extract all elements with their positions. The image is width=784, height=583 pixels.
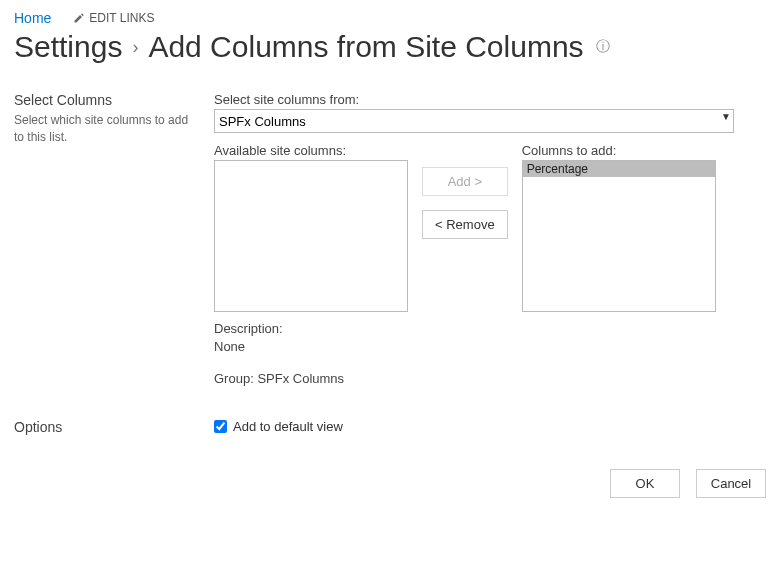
edit-links-label: EDIT LINKS [89, 11, 154, 25]
select-columns-section: Select Columns Select which site columns… [14, 92, 770, 389]
add-button[interactable]: Add > [422, 167, 508, 196]
group-label: Group: [214, 371, 254, 386]
columns-to-add-label: Columns to add: [522, 143, 716, 158]
columns-to-add-listbox[interactable]: Percentage [522, 160, 716, 312]
breadcrumb-sep-icon: › [128, 37, 142, 58]
select-from-label: Select site columns from: [214, 92, 770, 107]
page-title: Settings › Add Columns from Site Columns… [14, 30, 770, 64]
default-view-text: Add to default view [233, 419, 343, 434]
default-view-checkbox-label[interactable]: Add to default view [214, 419, 770, 434]
list-item[interactable]: Percentage [523, 161, 715, 177]
ok-button[interactable]: OK [610, 469, 680, 498]
help-icon[interactable]: ⓘ [596, 38, 610, 56]
options-section: Options Add to default view [14, 419, 770, 439]
top-nav: Home EDIT LINKS [14, 6, 770, 26]
home-link[interactable]: Home [14, 10, 51, 26]
edit-links-button[interactable]: EDIT LINKS [73, 11, 154, 25]
footer-buttons: OK Cancel [14, 469, 770, 498]
group-value: SPFx Columns [257, 371, 344, 386]
cancel-button[interactable]: Cancel [696, 469, 766, 498]
options-heading: Options [14, 419, 199, 435]
breadcrumb-current: Add Columns from Site Columns [148, 30, 583, 64]
description-value: None [214, 339, 245, 354]
available-columns-label: Available site columns: [214, 143, 408, 158]
default-view-checkbox[interactable] [214, 420, 227, 433]
breadcrumb-settings[interactable]: Settings [14, 30, 122, 64]
column-group-select[interactable]: SPFx Columns [214, 109, 734, 133]
pencil-icon [73, 12, 85, 24]
select-columns-desc: Select which site columns to add to this… [14, 112, 199, 146]
available-columns-listbox[interactable] [214, 160, 408, 312]
description-label: Description: [214, 321, 283, 336]
select-columns-heading: Select Columns [14, 92, 199, 108]
remove-button[interactable]: < Remove [422, 210, 508, 239]
